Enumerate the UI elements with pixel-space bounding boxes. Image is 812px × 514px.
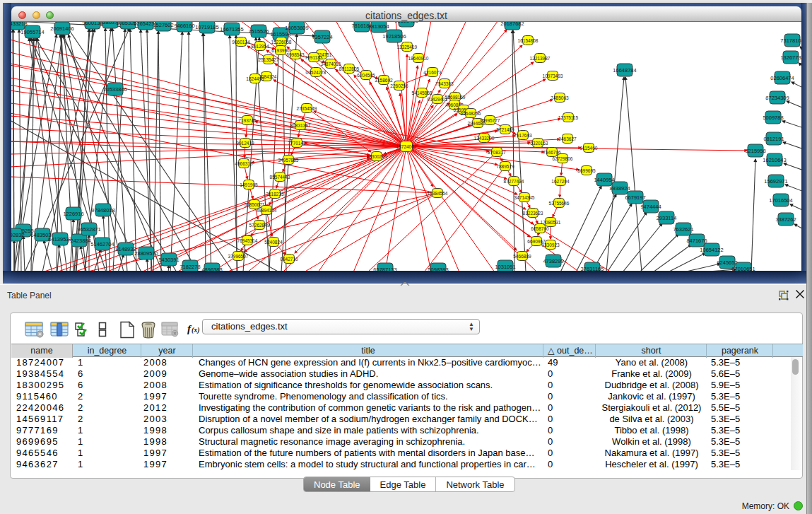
svg-text:87277434: 87277434 <box>504 179 524 184</box>
svg-text:49894134: 49894134 <box>257 208 277 213</box>
svg-text:34957885: 34957885 <box>278 158 299 163</box>
svg-text:7917693: 7917693 <box>514 133 532 138</box>
svg-text:17080531: 17080531 <box>541 220 561 225</box>
svg-text:9115460: 9115460 <box>580 146 598 151</box>
svg-text:1326773: 1326773 <box>780 54 801 61</box>
svg-text:8699695: 8699695 <box>577 168 596 173</box>
svg-text:34874016: 34874016 <box>321 62 341 66</box>
svg-text:1824493: 1824493 <box>246 76 264 81</box>
svg-text:17016504: 17016504 <box>769 197 792 204</box>
svg-text:02606474: 02606474 <box>770 75 794 81</box>
svg-text:10973493: 10973493 <box>543 74 563 78</box>
svg-text:20533846: 20533846 <box>103 86 126 93</box>
svg-text:12375115: 12375115 <box>558 115 579 120</box>
svg-text:1226916: 1226916 <box>63 211 83 217</box>
svg-text:1615594: 1615594 <box>270 31 290 37</box>
svg-text:4896383: 4896383 <box>201 267 222 271</box>
svg-text:65648236: 65648236 <box>461 111 481 116</box>
svg-text:7182278: 7182278 <box>180 264 200 270</box>
svg-text:4216073: 4216073 <box>423 70 442 75</box>
svg-text:37996507: 37996507 <box>228 254 249 259</box>
svg-text:16210643: 16210643 <box>763 157 786 163</box>
svg-text:20691406: 20691406 <box>50 25 73 32</box>
svg-text:7889579: 7889579 <box>496 164 514 169</box>
svg-text:5430391: 5430391 <box>158 257 179 263</box>
svg-text:9860124: 9860124 <box>232 40 250 45</box>
svg-text:20187682: 20187682 <box>500 22 524 27</box>
svg-text:1627204: 1627204 <box>551 179 570 184</box>
svg-text:00524278: 00524278 <box>306 70 326 75</box>
svg-text:97848018: 97848018 <box>91 207 114 214</box>
svg-text:11325419: 11325419 <box>397 45 418 49</box>
svg-text:1440954: 1440954 <box>594 177 614 183</box>
svg-text:16671355: 16671355 <box>220 26 243 33</box>
svg-text:27354549: 27354549 <box>297 106 317 111</box>
svg-text:4192832: 4192832 <box>11 232 25 238</box>
svg-text:55698169: 55698169 <box>445 95 466 100</box>
svg-text:19218506: 19218506 <box>382 33 406 40</box>
svg-text:1491905: 1491905 <box>240 182 258 187</box>
svg-text:54145868: 54145868 <box>412 90 433 95</box>
svg-text:85574443: 85574443 <box>270 175 290 180</box>
svg-text:(x): (x) <box>192 326 200 334</box>
svg-text:16154808: 16154808 <box>518 38 539 43</box>
svg-text:13433200: 13433200 <box>474 136 495 141</box>
svg-text:57262849: 57262849 <box>249 223 270 228</box>
svg-text:18724007: 18724007 <box>396 144 417 149</box>
svg-text:62729806: 62729806 <box>553 156 573 161</box>
svg-text:53755646: 53755646 <box>549 201 570 206</box>
svg-text:9463627: 9463627 <box>558 136 577 141</box>
svg-text:0433218: 0433218 <box>11 22 28 27</box>
svg-text:67010651: 67010651 <box>731 266 755 271</box>
svg-text:0842710: 0842710 <box>280 257 298 262</box>
svg-text:81223623: 81223623 <box>523 211 543 216</box>
svg-text:51462704: 51462704 <box>90 241 114 247</box>
svg-text:87234309: 87234309 <box>765 95 789 101</box>
svg-text:4966319: 4966319 <box>235 161 253 166</box>
svg-text:7632621: 7632621 <box>673 226 693 233</box>
svg-text:65787133: 65787133 <box>373 267 396 271</box>
svg-text:6204505: 6204505 <box>357 73 375 78</box>
svg-text:3158692: 3158692 <box>375 78 393 83</box>
svg-text:7357224: 7357224 <box>312 34 332 40</box>
svg-text:36995777: 36995777 <box>480 118 500 123</box>
svg-text:6679197: 6679197 <box>625 194 645 201</box>
svg-text:80112805: 80112805 <box>339 66 360 71</box>
svg-text:18640910: 18640910 <box>408 56 429 61</box>
svg-text:3387262: 3387262 <box>775 216 796 223</box>
svg-text:6998543: 6998543 <box>286 52 305 57</box>
svg-text:9474444: 9474444 <box>640 204 661 210</box>
svg-text:5009788: 5009788 <box>763 115 783 121</box>
svg-text:7991183: 7991183 <box>305 55 323 60</box>
svg-text:76945314: 76945314 <box>237 238 258 243</box>
svg-text:2260256: 2260256 <box>390 83 408 88</box>
svg-text:8148932: 8148932 <box>115 246 136 252</box>
svg-text:10719185: 10719185 <box>195 24 218 30</box>
svg-text:25135427: 25135427 <box>259 57 279 62</box>
svg-text:0812191: 0812191 <box>763 136 784 142</box>
svg-text:5098393: 5098393 <box>428 267 448 271</box>
svg-text:8708317: 8708317 <box>488 150 506 155</box>
svg-text:19055714: 19055714 <box>20 29 44 35</box>
svg-text:28809570: 28809570 <box>134 250 158 257</box>
svg-text:9466160: 9466160 <box>174 23 194 29</box>
svg-text:12213987: 12213987 <box>530 56 551 61</box>
svg-text:80831367: 80831367 <box>290 123 311 128</box>
svg-text:15692971: 15692971 <box>764 178 787 185</box>
svg-text:7515526: 7515526 <box>248 28 269 35</box>
svg-text:3518233: 3518233 <box>266 192 284 197</box>
svg-text:16648784: 16648784 <box>613 67 636 74</box>
svg-text:9245652: 9245652 <box>717 259 737 266</box>
svg-text:8938924: 8938924 <box>609 185 630 192</box>
svg-text:8471676: 8471676 <box>686 238 707 244</box>
svg-text:96532871: 96532871 <box>77 226 100 233</box>
svg-text:73178108: 73178108 <box>780 37 801 44</box>
svg-text:8721489: 8721489 <box>496 127 514 132</box>
svg-text:93103413: 93103413 <box>394 22 418 24</box>
svg-text:7770143: 7770143 <box>288 141 306 146</box>
svg-text:4738299: 4738299 <box>543 258 563 264</box>
svg-text:5240824: 5240824 <box>264 240 283 245</box>
svg-text:3215958: 3215958 <box>745 148 765 154</box>
svg-text:7346706: 7346706 <box>543 150 561 155</box>
svg-text:10654122: 10654122 <box>700 247 723 253</box>
